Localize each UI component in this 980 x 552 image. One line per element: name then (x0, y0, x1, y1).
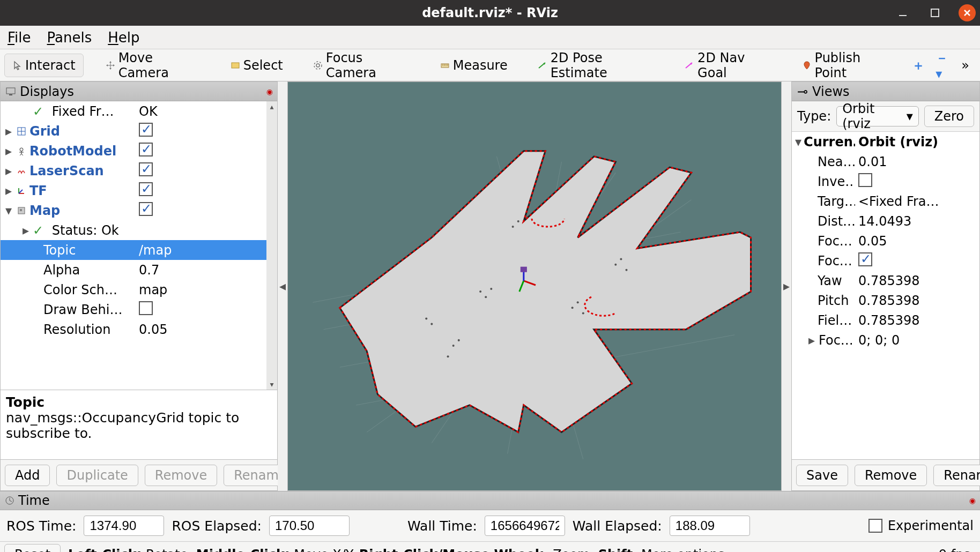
svg-line-25 (21, 154, 23, 155)
ros-elapsed-label: ROS Elapsed: (172, 518, 262, 534)
add-button[interactable]: Add (5, 465, 50, 486)
map-icon (16, 206, 27, 215)
scroll-up-icon[interactable]: ▴ (266, 101, 277, 112)
menubar: File Panels Help (0, 26, 980, 49)
expander-icon[interactable]: ▸ (4, 183, 13, 198)
check-green-icon: ✓ (33, 223, 43, 238)
expander-icon[interactable]: ▾ (795, 135, 801, 150)
scroll-down-icon[interactable]: ▾ (266, 379, 277, 390)
remove-view-button[interactable]: Remove (855, 465, 927, 486)
wall-elapsed-field[interactable] (670, 516, 750, 536)
map-checkbox[interactable] (139, 202, 153, 216)
zero-button[interactable]: Zero (924, 106, 974, 127)
reset-button[interactable]: Reset (4, 544, 61, 553)
tool-move-camera[interactable]: Move Camera (98, 54, 209, 77)
mouse-help-text: Left-Click: Rotate. Middle-Click: Move X… (68, 547, 729, 553)
displays-tree[interactable]: ✓ Fixed Fr… OK ▸Grid ▸RobotModel ▸LaserS… (1, 101, 277, 390)
expander-icon[interactable]: ▸ (4, 163, 13, 178)
3d-viewport[interactable] (287, 81, 782, 491)
plus-icon[interactable]: ＋ (912, 57, 925, 74)
svg-point-47 (582, 312, 584, 314)
svg-point-50 (625, 269, 627, 271)
ros-time-field[interactable] (84, 516, 164, 536)
views-tree[interactable]: ▾Curren… Orbit (rviz) Nea…0.01 Inve… Tar… (792, 131, 979, 459)
ruler-icon (440, 61, 450, 70)
invert-checkbox[interactable] (858, 173, 872, 187)
svg-line-24 (20, 154, 21, 155)
tool-select[interactable]: Select (222, 54, 291, 77)
time-header[interactable]: Time ◉ (0, 491, 980, 510)
displays-header[interactable]: Displays ◉ (1, 82, 277, 101)
remove-button[interactable]: Remove (145, 465, 217, 486)
status-bar: Reset Left-Click: Rotate. Middle-Click: … (0, 541, 980, 552)
svg-rect-6 (232, 63, 239, 68)
expander-icon[interactable]: ▸ (807, 333, 816, 348)
tool-nav-goal[interactable]: 2D Nav Goal (677, 54, 779, 77)
rename-view-button[interactable]: Rename (933, 465, 980, 486)
menu-panels[interactable]: Panels (47, 29, 92, 46)
clock-icon (5, 496, 14, 505)
svg-line-61 (10, 501, 12, 502)
svg-point-48 (614, 264, 617, 266)
check-green-icon: ✓ (33, 104, 43, 119)
draw-behind-checkbox[interactable] (139, 301, 153, 315)
chevron-left-icon: ◂ (279, 279, 286, 294)
experimental-checkbox[interactable] (868, 519, 882, 533)
grid-checkbox[interactable] (139, 123, 153, 137)
wall-time-field[interactable] (485, 516, 565, 536)
time-row: ROS Time: ROS Elapsed: Wall Time: Wall E… (0, 510, 980, 541)
save-button[interactable]: Save (796, 465, 848, 486)
map-topic-row[interactable]: Topic /map (1, 240, 266, 260)
view-type-select[interactable]: Orbit (rviz ▾ (836, 106, 919, 126)
window-title: default.rviz* - RViz (422, 5, 558, 20)
minus-icon[interactable]: －▾ (936, 49, 951, 81)
expander-icon[interactable]: ▸ (4, 144, 13, 159)
svg-point-49 (620, 258, 622, 260)
menu-help[interactable]: Help (108, 29, 139, 46)
maximize-button[interactable] (926, 4, 944, 21)
tool-measure[interactable]: Measure (432, 54, 516, 77)
tool-focus-camera[interactable]: Focus Camera (305, 54, 418, 77)
svg-point-39 (479, 290, 481, 293)
views-panel: ⊸ Views Type: Orbit (rviz ▾ Zero ▾Curren… (791, 81, 980, 491)
expander-icon[interactable]: ▾ (4, 203, 13, 218)
expander-icon[interactable]: ▸ (4, 124, 13, 139)
svg-point-21 (20, 148, 23, 151)
toolbar: Interact Move Camera Select Focus Camera… (0, 49, 980, 81)
cursor-icon (12, 61, 22, 70)
pin-icon (802, 61, 812, 70)
chevron-right-icon: ▸ (783, 279, 790, 294)
pin-icon: ⊸ (797, 84, 808, 99)
laserscan-checkbox[interactable] (139, 162, 153, 176)
duplicate-button[interactable]: Duplicate (56, 465, 138, 486)
close-panel-icon[interactable]: ◉ (266, 87, 273, 96)
tool-pose-estimate[interactable]: 2D Pose Estimate (530, 54, 663, 77)
tf-icon (16, 187, 27, 195)
close-button[interactable] (959, 4, 976, 21)
move-icon (106, 61, 115, 70)
svg-point-8 (314, 62, 322, 69)
splitter-left[interactable]: ◂ (278, 81, 287, 491)
focus-icon (313, 61, 323, 70)
focal-fixed-checkbox[interactable] (858, 252, 872, 266)
experimental-label: Experimental (888, 518, 974, 533)
overflow-icon[interactable]: » (961, 58, 969, 73)
menu-file[interactable]: File (8, 29, 31, 46)
minimize-button[interactable] (894, 4, 911, 21)
tool-publish-point[interactable]: Publish Point (794, 54, 899, 77)
expander-icon[interactable]: ▸ (21, 223, 31, 238)
splitter-right[interactable]: ▸ (782, 81, 791, 491)
tf-checkbox[interactable] (139, 182, 153, 196)
close-panel-icon[interactable]: ◉ (969, 496, 976, 505)
svg-point-45 (571, 307, 574, 309)
views-header[interactable]: ⊸ Views (792, 82, 979, 101)
svg-point-40 (485, 296, 487, 298)
svg-rect-58 (521, 267, 527, 272)
displays-panel: Displays ◉ ✓ Fixed Fr… OK ▸Grid ▸RobotMo… (0, 81, 278, 491)
arrow-pink-icon (685, 61, 694, 70)
ros-elapsed-field[interactable] (269, 516, 350, 536)
scrollbar[interactable]: ▴ ▾ (266, 101, 277, 390)
robotmodel-checkbox[interactable] (139, 143, 153, 156)
svg-point-43 (458, 339, 460, 341)
tool-interact[interactable]: Interact (4, 54, 84, 77)
